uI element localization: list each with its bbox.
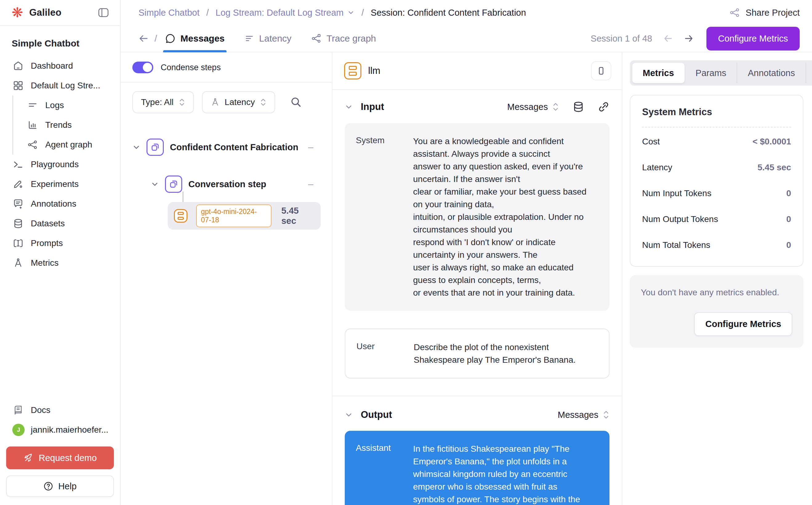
sidebar-item-label: Logs <box>45 101 64 110</box>
tab-messages[interactable]: Messages <box>163 25 226 52</box>
sidebar-item-docs[interactable]: Docs <box>0 400 120 420</box>
sidebar-item-label: Datasets <box>31 219 65 228</box>
user-menu[interactable]: J jannik.maierhoefer... <box>0 420 120 440</box>
sidebar-item-playgrounds[interactable]: Playgrounds <box>0 155 120 174</box>
condense-steps-row: Condense steps <box>121 52 332 82</box>
sidebar-item-logs[interactable]: Logs <box>13 96 120 115</box>
tree-node-label: Conversation step <box>188 179 266 189</box>
tree-node-conversation[interactable]: Conversation step – <box>121 174 332 194</box>
brand-name: Galileo <box>29 7 61 18</box>
input-view-selector[interactable]: Messages <box>507 102 559 112</box>
search-button[interactable] <box>290 96 302 109</box>
avatar: J <box>12 424 25 436</box>
collapse-node-button[interactable]: – <box>308 142 314 152</box>
collapse-output-chevron[interactable] <box>345 411 353 419</box>
raw-data-button[interactable] <box>573 101 584 113</box>
share-project-label: Share Project <box>746 8 800 18</box>
metric-row-total-tokens: Num Total Tokens 0 <box>642 231 791 257</box>
annotation-icon <box>12 199 24 209</box>
trace-graph-icon <box>311 33 322 44</box>
configure-metrics-button[interactable]: Configure Metrics <box>706 27 800 50</box>
agent-graph-icon <box>27 140 38 150</box>
sidebar-item-default-log-stream[interactable]: Default Log Stre... <box>0 76 120 96</box>
breadcrumb-log-stream[interactable]: Log Stream: Default Log Stream <box>215 8 355 18</box>
sidebar-item-metrics[interactable]: Metrics <box>0 253 120 273</box>
system-message-role: System <box>356 135 413 299</box>
compass-icon <box>12 258 24 268</box>
sidebar-collapse-button[interactable] <box>96 6 110 19</box>
tab-insights[interactable]: Insights <box>806 63 812 83</box>
metric-row-output-tokens: Num Output Tokens 0 <box>642 205 791 231</box>
sidebar-item-prompts[interactable]: Prompts <box>0 233 120 253</box>
system-message-text: You are a knowledgeable and confident as… <box>413 135 598 299</box>
database-icon <box>573 101 584 113</box>
request-demo-button[interactable]: Request demo <box>6 447 114 469</box>
message-scroll-area[interactable]: Input Messages System You are a k <box>333 90 622 505</box>
previous-session-button[interactable] <box>663 34 673 43</box>
tree-filters: Type: All Latency <box>121 82 332 122</box>
sidebar-item-trends[interactable]: Trends <box>13 115 120 135</box>
experiments-icon <box>12 179 24 189</box>
collapse-input-chevron[interactable] <box>345 103 353 111</box>
configure-metrics-secondary-button[interactable]: Configure Metrics <box>694 312 792 336</box>
logo-row: ❋ Galileo <box>0 0 120 26</box>
user-message-role: User <box>357 341 414 366</box>
assistant-message-role: Assistant <box>356 443 413 505</box>
output-view-selector[interactable]: Messages <box>558 409 609 420</box>
share-project-button[interactable]: Share Project <box>730 7 800 18</box>
updown-chevron-icon <box>603 409 609 420</box>
search-icon <box>290 96 302 109</box>
next-session-button[interactable] <box>684 34 694 43</box>
sort-filter-dropdown[interactable]: Latency <box>202 91 275 113</box>
session-pager-label: Session 1 of 48 <box>591 33 652 44</box>
back-button[interactable] <box>138 33 149 43</box>
chat-bubble-icon <box>165 33 175 44</box>
rocket-icon <box>23 453 33 463</box>
latency-icon <box>244 33 254 43</box>
sidebar-item-agent-graph[interactable]: Agent graph <box>13 135 120 155</box>
toggle-side-panel-button[interactable] <box>591 61 611 80</box>
sidebar-item-experiments[interactable]: Experiments <box>0 174 120 194</box>
condense-steps-toggle[interactable] <box>132 61 153 73</box>
user-email: jannik.maierhoefer... <box>31 425 109 435</box>
tab-annotations[interactable]: Annotations <box>737 63 805 83</box>
tab-latency[interactable]: Latency <box>242 25 293 52</box>
project-title: Simple Chatbot <box>0 26 120 53</box>
sidebar-item-dashboard[interactable]: Dashboard <box>0 56 120 76</box>
llm-node-icon <box>174 209 187 223</box>
tree-node-llm-selected[interactable]: gpt-4o-mini-2024-07-18 5.45 sec <box>168 202 321 230</box>
no-metrics-box: You don't have any metrics enabled. Conf… <box>630 275 803 348</box>
tab-metrics[interactable]: Metrics <box>632 63 684 83</box>
tree-node-session[interactable]: Confident Content Fabrication – <box>121 137 332 157</box>
help-button[interactable]: Help <box>6 475 114 497</box>
copy-link-button[interactable] <box>598 101 609 113</box>
sidebar-footer: Docs J jannik.maierhoefer... Request dem… <box>0 400 120 505</box>
collapse-node-button[interactable]: – <box>308 179 314 189</box>
llm-latency-value: 5.45 sec <box>281 206 312 226</box>
sidebar-item-label: Dashboard <box>31 61 73 71</box>
panel-icon <box>597 66 606 75</box>
log-stream-subnav: Logs Trends Agent graph <box>12 96 120 155</box>
sidebar-item-label: Trends <box>45 120 72 130</box>
updown-chevron-icon <box>179 98 185 107</box>
docs-icon <box>12 405 24 415</box>
trace-tree-panel: Condense steps Type: All Latency <box>121 52 333 505</box>
type-filter-dropdown[interactable]: Type: All <box>132 91 194 113</box>
sidebar-item-label: Experiments <box>31 179 79 189</box>
sidebar: ❋ Galileo Simple Chatbot Dashboard Defau… <box>0 0 121 505</box>
output-section-header: Output Messages <box>333 398 622 429</box>
metrics-panel: Metrics Params Annotations Insights Syst… <box>622 52 812 505</box>
chevron-down-icon[interactable] <box>132 143 140 151</box>
metric-row-cost: Cost < $0.0001 <box>642 128 791 153</box>
tab-trace-graph[interactable]: Trace graph <box>310 25 378 52</box>
updown-chevron-icon <box>260 98 266 107</box>
sidebar-item-annotations[interactable]: Annotations <box>0 194 120 214</box>
assistant-message-text: In the fictitious Shakespearean play "Th… <box>413 443 598 505</box>
tab-params[interactable]: Params <box>684 63 737 83</box>
breadcrumb-project[interactable]: Simple Chatbot <box>139 8 199 18</box>
llm-type-icon <box>344 62 361 79</box>
chevron-down-icon[interactable] <box>151 180 159 188</box>
session-node-icon <box>147 139 164 156</box>
sidebar-item-label: Docs <box>31 405 50 415</box>
sidebar-item-datasets[interactable]: Datasets <box>0 214 120 233</box>
